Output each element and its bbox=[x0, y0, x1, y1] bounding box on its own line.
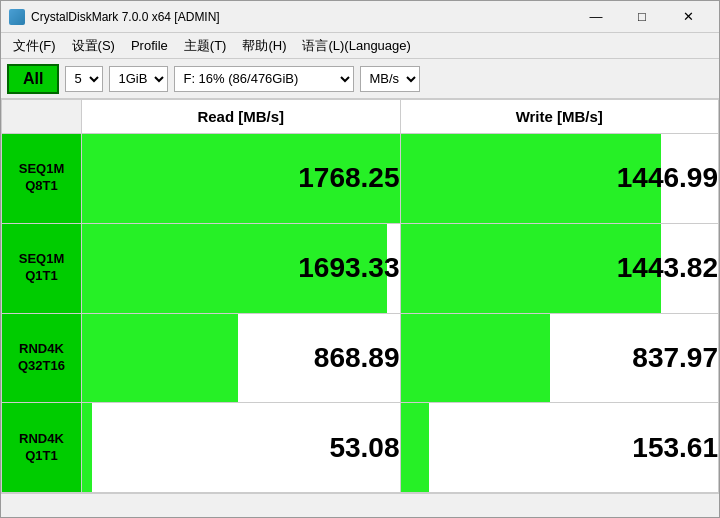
size-select[interactable]: 1GiB bbox=[109, 66, 168, 92]
row-label-1: SEQ1MQ1T1 bbox=[2, 223, 82, 313]
close-button[interactable]: ✕ bbox=[665, 2, 711, 32]
main-window: CrystalDiskMark 7.0.0 x64 [ADMIN] — □ ✕ … bbox=[0, 0, 720, 518]
write-header: Write [MB/s] bbox=[400, 100, 719, 134]
maximize-button[interactable]: □ bbox=[619, 2, 665, 32]
read-value-0: 1768.25 bbox=[82, 134, 401, 224]
unit-select[interactable]: MB/s bbox=[360, 66, 420, 92]
window-title: CrystalDiskMark 7.0.0 x64 [ADMIN] bbox=[31, 10, 573, 24]
app-icon bbox=[9, 9, 25, 25]
menu-item-help[interactable]: 帮助(H) bbox=[234, 34, 294, 58]
table-row: SEQ1MQ1T11693.331443.82 bbox=[2, 223, 719, 313]
menu-item-profile[interactable]: Profile bbox=[123, 35, 176, 56]
window-controls: — □ ✕ bbox=[573, 2, 711, 32]
read-header: Read [MB/s] bbox=[82, 100, 401, 134]
table-row: SEQ1MQ8T11768.251446.99 bbox=[2, 134, 719, 224]
row-label-3: RND4KQ1T1 bbox=[2, 403, 82, 493]
toolbar: All 5 1GiB F: 16% (86/476GiB) MB/s bbox=[1, 59, 719, 99]
read-value-2: 868.89 bbox=[82, 313, 401, 403]
menu-item-settings[interactable]: 设置(S) bbox=[64, 34, 123, 58]
status-bar bbox=[1, 493, 719, 517]
table-row: RND4KQ1T153.08153.61 bbox=[2, 403, 719, 493]
menu-item-theme[interactable]: 主题(T) bbox=[176, 34, 235, 58]
row-label-0: SEQ1MQ8T1 bbox=[2, 134, 82, 224]
runs-select[interactable]: 5 bbox=[65, 66, 103, 92]
read-value-3: 53.08 bbox=[82, 403, 401, 493]
minimize-button[interactable]: — bbox=[573, 2, 619, 32]
read-value-1: 1693.33 bbox=[82, 223, 401, 313]
row-label-2: RND4KQ32T16 bbox=[2, 313, 82, 403]
title-bar: CrystalDiskMark 7.0.0 x64 [ADMIN] — □ ✕ bbox=[1, 1, 719, 33]
empty-header bbox=[2, 100, 82, 134]
write-value-3: 153.61 bbox=[400, 403, 719, 493]
write-value-0: 1446.99 bbox=[400, 134, 719, 224]
write-value-2: 837.97 bbox=[400, 313, 719, 403]
menu-bar: 文件(F)设置(S)Profile主题(T)帮助(H)语言(L)(Languag… bbox=[1, 33, 719, 59]
results-table: Read [MB/s] Write [MB/s] SEQ1MQ8T11768.2… bbox=[1, 99, 719, 493]
drive-select[interactable]: F: 16% (86/476GiB) bbox=[174, 66, 354, 92]
menu-item-language[interactable]: 语言(L)(Language) bbox=[294, 34, 418, 58]
all-button[interactable]: All bbox=[7, 64, 59, 94]
table-row: RND4KQ32T16868.89837.97 bbox=[2, 313, 719, 403]
menu-item-file[interactable]: 文件(F) bbox=[5, 34, 64, 58]
write-value-1: 1443.82 bbox=[400, 223, 719, 313]
benchmark-area: Read [MB/s] Write [MB/s] SEQ1MQ8T11768.2… bbox=[1, 99, 719, 493]
